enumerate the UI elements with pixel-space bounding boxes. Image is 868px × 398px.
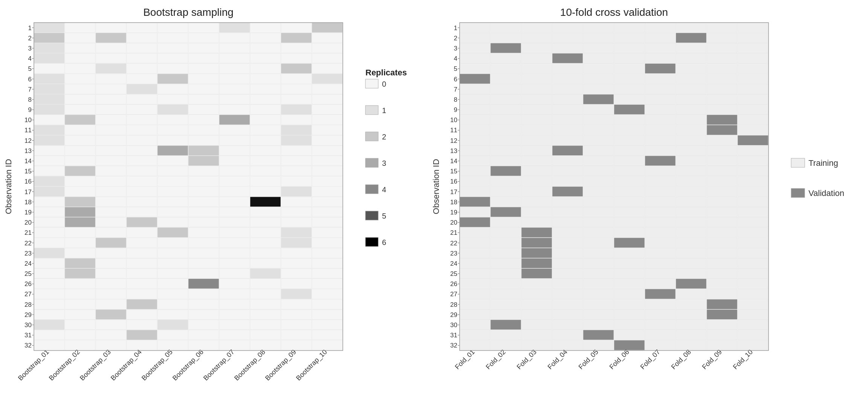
cv-cell	[645, 33, 675, 43]
bootstrap-cell	[219, 64, 250, 73]
cv-cell	[521, 330, 552, 340]
bootstrap-cell	[250, 279, 281, 289]
cv-cell	[738, 105, 768, 115]
cv-cell	[583, 197, 614, 207]
bootstrap-cell	[250, 23, 281, 32]
bootstrap-cell	[96, 156, 126, 165]
right-y-tick: 7	[454, 86, 457, 93]
bootstrap-cell	[188, 105, 219, 115]
bootstrap-cell	[219, 135, 250, 145]
cv-cell	[491, 207, 521, 217]
right-x-tick: Fold_03	[515, 348, 538, 371]
bootstrap-cell	[127, 299, 157, 309]
cv-cell	[552, 145, 583, 155]
bootstrap-cell	[65, 197, 95, 207]
bootstrap-cell	[188, 197, 219, 207]
cv-cell	[614, 330, 645, 340]
bootstrap-cell	[157, 340, 188, 350]
cv-cell	[491, 84, 521, 94]
cv-cell	[552, 197, 583, 207]
bootstrap-cell	[96, 299, 126, 309]
bootstrap-cell	[157, 238, 188, 248]
bootstrap-cell	[312, 166, 342, 176]
bootstrap-cell	[96, 23, 126, 32]
bootstrap-cell	[157, 115, 188, 125]
cv-cell	[552, 289, 583, 299]
bootstrap-cell	[157, 135, 188, 145]
bootstrap-cell	[312, 84, 342, 94]
bootstrap-cell	[312, 94, 342, 104]
left-y-tick: 16	[24, 178, 32, 185]
left-x-tick: Bootstrap_03	[78, 348, 113, 383]
cv-cell	[614, 289, 645, 299]
cv-cell	[460, 33, 490, 43]
cv-cell	[738, 64, 768, 73]
right-y-tick: 21	[450, 229, 457, 236]
cv-cell	[738, 135, 768, 145]
bootstrap-cell	[188, 33, 219, 43]
bootstrap-cell	[312, 248, 342, 258]
cv-cell	[491, 258, 521, 268]
cv-cell	[645, 187, 675, 196]
right-y-tick: 8	[454, 96, 457, 103]
cv-cell	[707, 228, 737, 237]
right-x-tick: Fold_09	[701, 348, 724, 371]
bootstrap-cell	[96, 228, 126, 237]
bootstrap-cell	[96, 289, 126, 299]
cv-cell	[491, 289, 521, 299]
cv-cell	[521, 217, 552, 227]
cv-cell	[738, 299, 768, 309]
cv-cell	[552, 135, 583, 145]
bootstrap-cell	[157, 94, 188, 104]
cv-cell	[583, 299, 614, 309]
bootstrap-cell	[312, 33, 342, 43]
cv-cell	[676, 238, 706, 248]
bootstrap-cell	[34, 217, 64, 227]
bootstrap-cell	[250, 74, 281, 84]
bootstrap-cell	[157, 289, 188, 299]
bootstrap-cell	[250, 238, 281, 248]
right-chart-title: 10-fold cross validation	[560, 6, 668, 18]
left-y-tick: 30	[24, 321, 32, 329]
bootstrap-cell	[65, 309, 95, 319]
bootstrap-cell	[250, 64, 281, 73]
bootstrap-cell	[96, 320, 126, 329]
bootstrap-cell	[250, 207, 281, 217]
bootstrap-cell	[281, 135, 312, 145]
right-y-tick: 12	[450, 137, 457, 144]
cv-cell	[738, 320, 768, 329]
cv-cell	[614, 309, 645, 319]
cv-cell	[491, 74, 521, 84]
bootstrap-cell	[96, 43, 126, 53]
cv-cell	[460, 166, 490, 176]
cv-cell	[552, 94, 583, 104]
bootstrap-cell	[312, 269, 342, 279]
cv-cell	[645, 94, 675, 104]
bootstrap-cell	[188, 43, 219, 53]
cv-cell	[460, 125, 490, 135]
bootstrap-cell	[219, 156, 250, 165]
bootstrap-cell	[96, 197, 126, 207]
cv-cell	[460, 258, 490, 268]
bootstrap-cell	[34, 248, 64, 258]
bootstrap-cell	[65, 166, 95, 176]
bootstrap-cell	[188, 238, 219, 248]
bootstrap-cell	[96, 94, 126, 104]
bootstrap-cell	[281, 258, 312, 268]
cv-cell	[645, 207, 675, 217]
cv-cell	[676, 54, 706, 63]
cv-cell	[707, 320, 737, 329]
cv-cell	[583, 176, 614, 186]
bootstrap-cell	[34, 64, 64, 73]
bootstrap-cell	[250, 330, 281, 340]
cv-cell	[460, 269, 490, 279]
bootstrap-cell	[312, 320, 342, 329]
cv-cell	[491, 330, 521, 340]
left-y-tick: 14	[24, 158, 32, 165]
bootstrap-legend-label: 1	[382, 106, 386, 115]
bootstrap-cell	[127, 258, 157, 268]
cv-cell	[552, 156, 583, 165]
cv-cell	[645, 309, 675, 319]
charts-wrapper: Bootstrap samplingObservation ID12345678…	[0, 0, 868, 398]
bootstrap-cell	[281, 289, 312, 299]
